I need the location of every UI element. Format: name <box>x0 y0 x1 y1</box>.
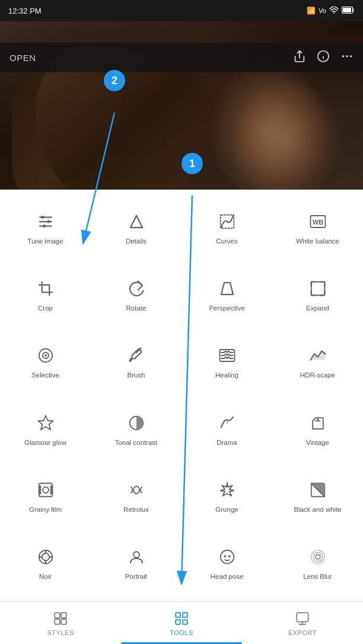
curves-label: Curves <box>216 237 237 246</box>
crop-label: Crop <box>38 304 53 313</box>
tool-head-pose[interactable]: Head pose <box>182 530 272 597</box>
retrolux-label: Retrolux <box>123 505 149 514</box>
tool-brush[interactable]: Brush <box>91 328 182 395</box>
tool-crop[interactable]: Crop <box>0 261 91 328</box>
svg-point-53 <box>228 555 230 558</box>
nav-export[interactable]: EXPORT <box>242 602 363 644</box>
tool-curves[interactable]: Curves <box>182 194 272 261</box>
svg-rect-37 <box>50 486 52 488</box>
export-label: EXPORT <box>288 629 317 636</box>
svg-point-14 <box>41 216 44 219</box>
svg-marker-17 <box>130 216 142 228</box>
nav-styles[interactable]: STYLES <box>0 602 121 644</box>
vintage-icon <box>306 411 330 435</box>
lens-blur-icon <box>306 545 330 569</box>
expand-label: Expand <box>306 304 329 313</box>
head-pose-icon <box>215 545 239 569</box>
crop-icon <box>34 277 58 300</box>
svg-rect-64 <box>183 620 187 624</box>
tool-retrolux[interactable]: Retrolux <box>91 463 182 530</box>
selective-label: Selective <box>31 371 59 380</box>
tool-details[interactable]: Details <box>91 194 182 261</box>
tools-icon <box>173 610 190 627</box>
share-icon[interactable] <box>293 50 306 66</box>
hdr-icon <box>306 344 330 367</box>
svg-point-45 <box>42 553 49 561</box>
svg-point-15 <box>47 220 50 223</box>
open-label: OPEN <box>9 53 36 63</box>
svg-marker-28 <box>38 415 53 430</box>
brush-icon <box>125 344 148 367</box>
svg-point-52 <box>224 555 226 558</box>
tool-noir[interactable]: Noir <box>0 530 91 597</box>
nav-tools[interactable]: TOOLS <box>121 602 242 644</box>
tool-vintage[interactable]: Vintage <box>272 395 363 462</box>
tool-perspective[interactable]: Perspective <box>182 261 272 328</box>
signal-icon: 📶 <box>307 7 316 15</box>
svg-point-51 <box>220 550 234 564</box>
grunge-label: Grunge <box>215 505 238 514</box>
annotation-circle-1: 1 <box>182 153 203 174</box>
tool-expand[interactable]: Expand <box>272 261 363 328</box>
status-icons: 📶 Vo <box>307 7 355 15</box>
hdr-label: HDR-scape <box>300 371 335 380</box>
more-icon[interactable] <box>340 50 354 66</box>
battery-icon <box>342 7 355 15</box>
status-bar: 12:32 PM 📶 Vo <box>0 0 363 21</box>
tool-selective[interactable]: Selective <box>0 328 91 395</box>
drama-icon <box>215 411 239 435</box>
svg-rect-36 <box>39 492 40 494</box>
svg-point-25 <box>44 355 47 357</box>
black-white-icon <box>306 478 330 502</box>
svg-rect-39 <box>50 492 52 494</box>
info-icon[interactable] <box>317 50 330 66</box>
details-icon <box>125 210 148 233</box>
svg-rect-65 <box>297 613 308 621</box>
tool-rotate[interactable]: Rotate <box>91 261 182 328</box>
tool-tune-image[interactable]: Tune image <box>0 194 91 261</box>
healing-label: Healing <box>215 371 238 380</box>
grainy-icon <box>34 478 58 502</box>
portrait-icon <box>125 545 148 569</box>
tool-drama[interactable]: Drama <box>182 395 272 462</box>
drama-label: Drama <box>216 438 237 447</box>
svg-rect-60 <box>61 619 66 624</box>
grainy-label: Grainy film <box>29 505 62 514</box>
svg-rect-57 <box>55 613 60 618</box>
styles-icon <box>52 610 69 627</box>
brush-label: Brush <box>127 371 145 380</box>
header-bar: OPEN <box>0 43 363 72</box>
svg-marker-21 <box>221 283 233 294</box>
svg-rect-62 <box>183 613 187 617</box>
svg-rect-63 <box>176 620 180 624</box>
perspective-label: Perspective <box>209 304 244 313</box>
tool-white-balance[interactable]: WB White balance <box>272 194 363 261</box>
tonal-icon <box>125 411 148 435</box>
tool-lens-blur[interactable]: Lens Blur <box>272 530 363 597</box>
tool-glamour-glow[interactable]: Glamour glow <box>0 395 91 462</box>
white-balance-label: White balance <box>296 237 339 246</box>
head-pose-label: Head pose <box>211 572 244 581</box>
expand-icon <box>306 277 330 300</box>
white-balance-icon: WB <box>306 210 330 233</box>
rotate-icon <box>125 277 148 300</box>
tool-portrait[interactable]: Portrait <box>91 530 182 597</box>
svg-rect-61 <box>176 613 180 617</box>
svg-text:WB: WB <box>312 219 323 226</box>
glamour-icon <box>34 411 58 435</box>
tool-grainy-film[interactable]: Grainy film <box>0 463 91 530</box>
svg-point-7 <box>342 55 345 57</box>
details-label: Details <box>126 237 147 246</box>
lens-blur-label: Lens Blur <box>303 572 332 581</box>
tool-grunge[interactable]: Grunge <box>182 463 272 530</box>
status-time: 12:32 PM <box>8 7 42 15</box>
tool-black-white[interactable]: Black and white <box>272 463 363 530</box>
noir-icon <box>34 545 58 569</box>
curves-icon <box>215 210 239 233</box>
export-icon <box>294 610 311 627</box>
svg-point-50 <box>133 552 139 558</box>
tool-hdr-scape[interactable]: HDR-scape <box>272 328 363 395</box>
healing-icon <box>215 344 239 367</box>
tool-tonal-contrast[interactable]: Tonal contrast <box>91 395 182 462</box>
tool-healing[interactable]: Healing <box>182 328 272 395</box>
